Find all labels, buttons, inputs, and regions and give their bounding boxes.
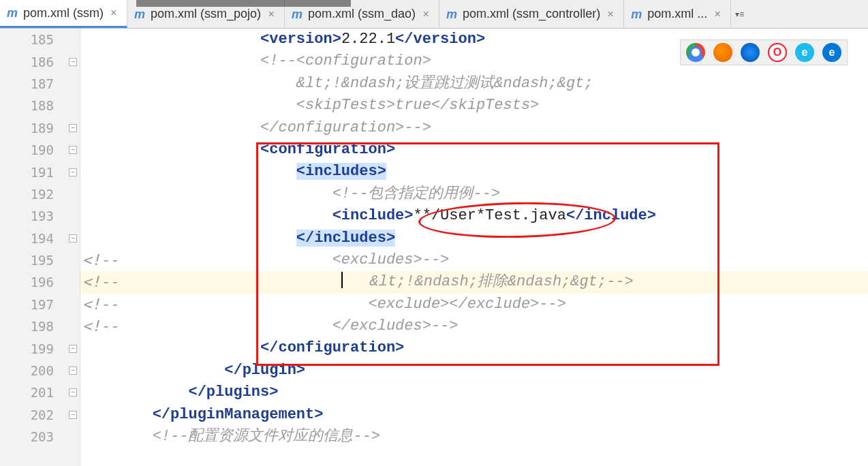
margin-comment: <!-- bbox=[82, 271, 119, 293]
line-number: 196 bbox=[0, 271, 80, 293]
margin-comment: <!-- bbox=[82, 294, 119, 315]
line-number: 203 bbox=[0, 426, 80, 448]
text-cursor bbox=[341, 272, 343, 288]
opera-icon[interactable]: O bbox=[768, 43, 787, 62]
maven-icon: m bbox=[292, 8, 304, 20]
code-line: </pluginManagement> bbox=[80, 404, 868, 426]
line-number: 195 bbox=[0, 249, 80, 271]
close-icon[interactable]: × bbox=[606, 8, 615, 20]
chrome-icon[interactable] bbox=[686, 43, 705, 62]
tab-label: pom.xml (ssm) bbox=[23, 6, 104, 20]
top-shadow bbox=[136, 0, 351, 7]
code-line: <include>**/User*Test.java</include> bbox=[80, 205, 868, 227]
line-number: 199− bbox=[0, 337, 80, 359]
fold-icon[interactable]: − bbox=[69, 367, 77, 375]
line-number: 193 bbox=[0, 205, 80, 227]
code-line: </configuration> bbox=[80, 337, 868, 359]
code-line: <configuration> bbox=[80, 139, 868, 161]
fold-icon[interactable]: − bbox=[69, 124, 77, 132]
tab-pom-ssm[interactable]: m pom.xml (ssm) × bbox=[0, 0, 127, 28]
ie-icon[interactable]: e bbox=[795, 43, 814, 62]
maven-icon: m bbox=[134, 8, 146, 20]
tab-label: pom.xml (ssm_controller) bbox=[463, 7, 600, 21]
code-line: &lt;!&ndash;设置跳过测试&ndash;&gt; bbox=[80, 73, 868, 95]
close-icon[interactable]: × bbox=[421, 8, 431, 20]
maven-icon: m bbox=[446, 8, 459, 20]
line-number: 188 bbox=[0, 95, 80, 117]
tab-label: pom.xml ... bbox=[647, 7, 707, 21]
fold-icon[interactable]: − bbox=[69, 234, 77, 243]
code-line: <!-- <excludes>--> bbox=[80, 249, 868, 271]
line-number: 201− bbox=[0, 382, 80, 403]
code-line-current: <!-- &lt;!&ndash;排除&ndash;&gt;--> bbox=[80, 271, 868, 293]
line-number: 191− bbox=[0, 161, 80, 183]
safari-icon[interactable] bbox=[741, 43, 760, 62]
tab-pom-ssm-controller[interactable]: m pom.xml (ssm_controller) × bbox=[439, 0, 624, 28]
line-number: 194− bbox=[0, 228, 80, 249]
margin-comment: <!-- bbox=[82, 315, 119, 337]
firefox-icon[interactable] bbox=[713, 43, 732, 62]
close-icon[interactable]: × bbox=[713, 8, 722, 20]
fold-icon[interactable]: − bbox=[69, 168, 77, 176]
fold-icon[interactable]: − bbox=[69, 388, 77, 397]
tab-bar: m pom.xml (ssm) × m pom.xml (ssm_pojo) ×… bbox=[0, 0, 868, 29]
fold-icon[interactable]: − bbox=[69, 411, 77, 419]
line-number: 190− bbox=[0, 139, 80, 161]
line-number: 187 bbox=[0, 73, 80, 95]
margin-comment: <!-- bbox=[82, 249, 119, 271]
line-number: 202− bbox=[0, 404, 80, 426]
line-number: 185 bbox=[0, 29, 80, 50]
code-line: <!-- <exclude></exclude>--> bbox=[80, 294, 868, 315]
line-number: 186− bbox=[0, 50, 80, 72]
browser-preview-bar: O e e bbox=[680, 40, 848, 65]
line-number: 192 bbox=[0, 183, 80, 205]
code-line: </configuration>--> bbox=[80, 117, 868, 139]
code-line: </plugin> bbox=[80, 360, 868, 382]
fold-icon[interactable]: − bbox=[69, 345, 77, 353]
fold-icon[interactable]: − bbox=[69, 146, 77, 154]
code-line: <includes> bbox=[80, 161, 868, 183]
maven-icon: m bbox=[7, 7, 19, 19]
close-icon[interactable]: × bbox=[109, 7, 119, 19]
code-line: <skipTests>true</skipTests> bbox=[80, 95, 868, 117]
fold-icon[interactable]: − bbox=[69, 58, 77, 66]
close-icon[interactable]: × bbox=[266, 8, 276, 20]
code-line: </plugins> bbox=[80, 382, 868, 403]
gutter: 185 186− 187 188 189− 190− 191− 192 193 … bbox=[0, 29, 80, 466]
tab-label: pom.xml (ssm_dao) bbox=[308, 7, 416, 21]
tabs-overflow-icon[interactable]: ▾≡ bbox=[731, 0, 748, 28]
line-number: 200− bbox=[0, 360, 80, 382]
code-line: <!-- </excludes>--> bbox=[80, 315, 868, 337]
maven-icon: m bbox=[631, 8, 643, 20]
code-line: </includes> bbox=[80, 228, 868, 249]
tab-pom-more[interactable]: m pom.xml ... × bbox=[624, 0, 731, 28]
editor: 185 186− 187 188 189− 190− 191− 192 193 … bbox=[0, 29, 868, 466]
line-number: 198 bbox=[0, 315, 80, 337]
line-number: 197 bbox=[0, 294, 80, 315]
code-area[interactable]: <version>2.22.1</version> <!--<configura… bbox=[80, 29, 868, 466]
edge-icon[interactable]: e bbox=[822, 43, 841, 62]
code-line: <!--包含指定的用例--> bbox=[80, 183, 868, 205]
line-number: 189− bbox=[0, 117, 80, 139]
tab-label: pom.xml (ssm_pojo) bbox=[151, 7, 261, 21]
code-line: <!--配置资源文件对应的信息--> bbox=[80, 426, 868, 448]
